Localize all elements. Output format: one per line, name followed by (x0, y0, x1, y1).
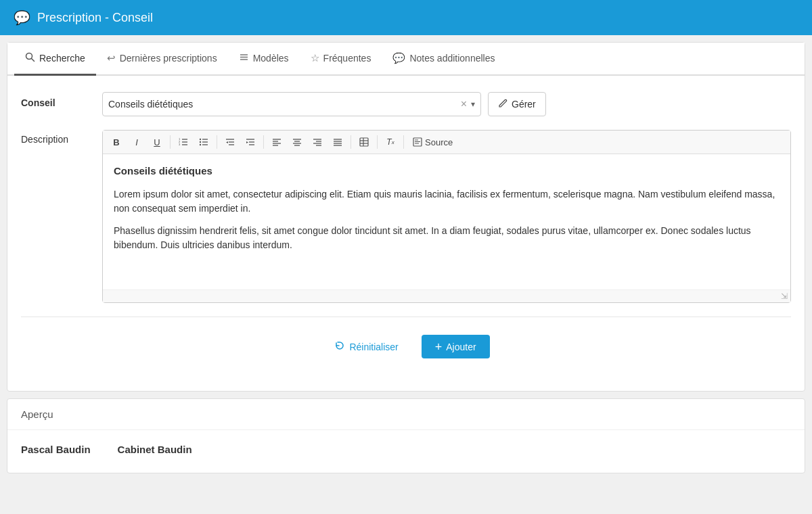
align-right-button[interactable] (308, 133, 327, 151)
apercu-content: Pascal Baudin Cabinet Baudin (7, 430, 805, 473)
content-title: Conseils diététiques (114, 164, 780, 179)
content-paragraph-1: Lorem ipsum dolor sit amet, consectetur … (114, 187, 780, 216)
actions-area: Réinitialiser + Ajouter (21, 324, 791, 375)
svg-point-14 (200, 139, 201, 140)
svg-text:3: 3 (179, 143, 181, 146)
apercu-col-1: Pascal Baudin (21, 444, 91, 459)
tabs-bar: Recherche ↩ Dernières prescriptions Modè… (7, 43, 805, 76)
header-icon: 💬 (14, 9, 30, 26)
content-paragraph-2: Phasellus dignissim hendrerit felis, sit… (114, 224, 780, 252)
search-icon (25, 52, 35, 64)
clear-format-button[interactable]: Tx (381, 133, 400, 151)
tab-notes-label: Notes additionnelles (409, 53, 495, 64)
conseil-row: Conseil Conseils diététiques × ▾ Gérer (21, 92, 791, 116)
resize-handle-icon[interactable]: ⇲ (781, 291, 788, 301)
conseil-label: Conseil (21, 92, 102, 108)
toolbar-separator-1 (170, 135, 171, 149)
rich-text-editor: B I U 123 (102, 130, 791, 303)
tab-frequentes-label: Fréquentes (323, 53, 371, 64)
clear-icon[interactable]: × (461, 98, 467, 110)
tab-modeles-label: Modèles (253, 53, 289, 64)
table-button[interactable] (355, 133, 374, 151)
apercu-col2-name: Cabinet Baudin (118, 444, 192, 455)
unordered-list-button[interactable] (194, 133, 213, 151)
manage-label: Gérer (512, 99, 536, 110)
indent-button[interactable] (241, 133, 260, 151)
outdent-button[interactable] (221, 133, 240, 151)
apercu-col-2: Cabinet Baudin (118, 444, 192, 459)
conseil-select[interactable]: Conseils diététiques × ▾ (102, 92, 481, 116)
align-center-button[interactable] (288, 133, 307, 151)
description-label: Description (21, 130, 102, 145)
apercu-section: Aperçu Pascal Baudin Cabinet Baudin (7, 398, 805, 473)
tab-recherche[interactable]: Recherche (14, 43, 96, 76)
tab-frequentes[interactable]: ☆ Fréquentes (300, 43, 382, 76)
chevron-down-icon: ▾ (471, 99, 475, 109)
svg-point-15 (200, 141, 201, 143)
apercu-header: Aperçu (7, 399, 805, 430)
align-left-button[interactable] (267, 133, 286, 151)
tab-modeles[interactable]: Modèles (228, 43, 300, 76)
list-icon (239, 52, 249, 64)
edit-icon (498, 99, 508, 110)
tab-recherche-label: Recherche (39, 53, 85, 64)
rte-resize-handle-area: ⇲ (103, 289, 790, 302)
toolbar-separator-4 (351, 135, 351, 149)
history-icon: ↩ (107, 52, 116, 64)
underline-button[interactable]: U (148, 133, 166, 151)
add-label: Ajouter (446, 342, 476, 352)
toolbar-separator-6 (403, 135, 404, 149)
toolbar-separator-3 (263, 135, 264, 149)
svg-line-1 (32, 59, 35, 62)
header-title: Prescription - Conseil (37, 11, 153, 25)
app-header: 💬 Prescription - Conseil (0, 0, 812, 35)
source-button[interactable]: Source (407, 135, 458, 149)
tab-dernieres-label: Dernières prescriptions (120, 53, 217, 64)
toolbar-separator-2 (217, 135, 217, 149)
align-justify-button[interactable] (328, 133, 347, 151)
conseil-select-value: Conseils diététiques (108, 99, 461, 110)
description-row: Description B I U 123 (21, 130, 791, 303)
bold-button[interactable]: B (107, 133, 126, 151)
comment-icon: 💬 (392, 52, 405, 64)
source-label: Source (425, 137, 453, 147)
form-divider (21, 317, 791, 317)
conseil-control: Conseils diététiques × ▾ Gérer (102, 92, 791, 116)
apercu-col1-name: Pascal Baudin (21, 444, 91, 455)
reset-button[interactable]: Réinitialiser (322, 335, 410, 358)
svg-point-16 (200, 144, 201, 145)
manage-button[interactable]: Gérer (488, 92, 546, 116)
main-card: Recherche ↩ Dernières prescriptions Modè… (7, 42, 805, 392)
star-icon: ☆ (311, 52, 319, 64)
rte-toolbar: B I U 123 (103, 131, 790, 154)
tab-notes[interactable]: 💬 Notes additionnelles (382, 43, 505, 76)
description-control: B I U 123 (102, 130, 791, 303)
italic-button[interactable]: I (127, 133, 146, 151)
rte-content-area[interactable]: Conseils diététiques Lorem ipsum dolor s… (103, 154, 790, 289)
svg-rect-39 (360, 138, 368, 146)
form-area: Conseil Conseils diététiques × ▾ Gérer D… (7, 76, 805, 391)
add-button[interactable]: + Ajouter (422, 335, 490, 358)
reset-label: Réinitialiser (349, 342, 398, 352)
ordered-list-button[interactable]: 123 (174, 133, 193, 151)
tab-dernieres[interactable]: ↩ Dernières prescriptions (96, 43, 228, 76)
plus-icon: + (435, 341, 443, 353)
toolbar-separator-5 (377, 135, 378, 149)
reset-icon (334, 340, 345, 353)
